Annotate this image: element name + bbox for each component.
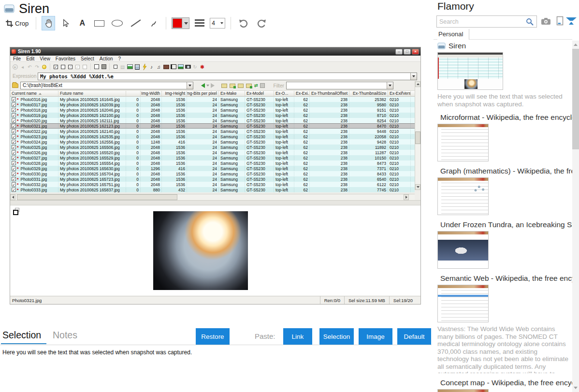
thumbnail-body xyxy=(438,127,488,161)
list-item[interactable]: Under Frozen Tundra, an Icebreaking Ship… xyxy=(437,219,572,269)
list-item[interactable]: Concept map - Wikipedia, the free encycl… xyxy=(437,377,572,392)
panel-divider xyxy=(0,345,432,345)
tab-personal[interactable]: Personal xyxy=(437,29,469,40)
scroll-right-button[interactable] xyxy=(404,194,409,200)
file-list-icon xyxy=(135,64,140,70)
hscroll-thumb[interactable] xyxy=(17,194,177,200)
paste-button[interactable]: Selection xyxy=(319,328,354,345)
snapshot-title-row[interactable]: Semantic Web - Wikipedia, the free encyc… xyxy=(437,273,572,283)
table-row: ✓ * Photo0333.jpg My photos 20100825 165… xyxy=(10,187,415,192)
small-window-icon xyxy=(114,65,117,69)
paste-button[interactable]: Default xyxy=(397,328,431,345)
column-header: Img-Height xyxy=(162,91,187,96)
redo-icon: ↷ xyxy=(34,64,40,70)
line-tool-button[interactable] xyxy=(128,16,144,30)
row-checkbox: ✓ xyxy=(12,97,16,102)
undo-button[interactable] xyxy=(236,16,251,30)
crop-icon xyxy=(6,20,13,27)
ellipse-tool-button[interactable] xyxy=(110,16,125,30)
forward-arrow-icon xyxy=(211,83,215,88)
snapshot-thumbnail[interactable] xyxy=(437,389,489,392)
snapshot-thumbnail[interactable] xyxy=(437,52,503,90)
close-button: × xyxy=(412,49,419,55)
freehand-tool-button[interactable] xyxy=(147,16,160,30)
snapshot-title-row[interactable]: Under Frozen Tundra, an Icebreaking Ship… xyxy=(437,219,572,230)
table-row: ✓ * Photo0326.jpg My photos 20100825 165… xyxy=(10,150,415,155)
select-box-icon xyxy=(94,64,99,69)
path-value: C:\(trash)\tosBtExt xyxy=(23,83,62,88)
row-checkbox: ✓ xyxy=(12,182,16,187)
column-header: Ex-ExifVersion xyxy=(388,91,411,96)
snapshot-description: Vastness: The World Wide Web contains ma… xyxy=(437,325,569,373)
scroll-down-button[interactable] xyxy=(415,184,420,190)
snapshot-thumbnail[interactable] xyxy=(437,177,489,215)
list-item[interactable]: Graph (mathematics) - Wikipedia, the fre… xyxy=(437,166,572,215)
list-item[interactable]: Microformat - Wikipedia, the free encycl… xyxy=(437,112,572,161)
snapshot-title-row[interactable]: Concept map - Wikipedia, the free encycl… xyxy=(437,377,572,388)
redo-button[interactable] xyxy=(254,16,269,30)
list-item[interactable]: Siren Here you will see the text that wa… xyxy=(437,41,572,108)
color-picker[interactable] xyxy=(172,17,189,29)
line-width-button[interactable] xyxy=(193,16,206,30)
tab-selection[interactable]: Selection xyxy=(2,330,41,341)
app-window-icon xyxy=(4,4,14,13)
photo-preview xyxy=(153,211,248,290)
list-item[interactable]: Semantic Web - Wikipedia, the free encyc… xyxy=(437,273,572,373)
text-tool-button[interactable]: A xyxy=(75,16,89,30)
scroll-up-button[interactable] xyxy=(572,42,579,48)
row-checkbox: ✓ xyxy=(12,108,16,112)
color-dropdown[interactable] xyxy=(183,18,189,29)
table-row: ✓ * Photo0331.jpg My photos 20100825 165… xyxy=(10,176,415,182)
path-combo: C:\(trash)\tosBtExt xyxy=(20,82,193,89)
folder-icon xyxy=(12,83,18,88)
toggle-check-icon: ✓ xyxy=(68,65,72,69)
row-checkbox: ✓ xyxy=(12,129,16,133)
search-box[interactable] xyxy=(436,15,537,28)
undo-icon: ↶ xyxy=(27,64,33,70)
table-vscrollbar[interactable] xyxy=(415,81,420,190)
chevron-down-icon xyxy=(220,22,223,24)
hand-icon xyxy=(44,19,52,28)
cursor-icon xyxy=(61,19,69,28)
status-ren: Ren:0/0 xyxy=(320,296,344,304)
new-note-icon[interactable] xyxy=(556,16,564,26)
sidebar-scrollbar[interactable] xyxy=(572,41,579,392)
hand-tool-button[interactable] xyxy=(42,16,55,30)
scroll-up-button[interactable] xyxy=(415,81,420,87)
folder-favorite-icon xyxy=(246,84,252,88)
row-checkbox: ✓ xyxy=(12,124,16,128)
restore-button[interactable]: Restore xyxy=(196,328,230,345)
search-input[interactable] xyxy=(437,16,523,27)
paste-button[interactable]: Link xyxy=(283,328,312,345)
snapshot-title: Microformat - Wikipedia, the free encycl… xyxy=(440,113,572,122)
thumbnail-chrome xyxy=(438,390,488,392)
camera-icon[interactable] xyxy=(541,17,551,25)
annotation-toolbar: Crop A 4 xyxy=(4,15,269,31)
snapshot-thumbnail[interactable] xyxy=(437,231,489,269)
scroll-down-button[interactable] xyxy=(572,385,579,391)
scroll-left-button[interactable] xyxy=(10,194,15,200)
flamory-logo-icon[interactable] xyxy=(565,16,577,26)
table-hscrollbar[interactable] xyxy=(10,194,415,200)
snapshot-title-row[interactable]: Microformat - Wikipedia, the free encycl… xyxy=(437,112,572,122)
vscroll-thumb[interactable] xyxy=(415,131,420,144)
menu-item: Edit xyxy=(26,56,34,61)
snapshot-title-row[interactable]: Graph (mathematics) - Wikipedia, the fre… xyxy=(437,166,572,176)
width-select[interactable]: 4 xyxy=(210,18,225,29)
tab-notes[interactable]: Notes xyxy=(53,330,77,341)
paste-button[interactable]: Image xyxy=(359,328,392,345)
crop-button[interactable]: Crop xyxy=(4,16,30,30)
column-header: Ex-Exi... xyxy=(294,91,310,96)
menu-item: File xyxy=(13,56,21,61)
snapshot-thumbnail[interactable] xyxy=(437,124,489,161)
cursor-tool-button[interactable] xyxy=(58,16,72,30)
snapshot-title-row[interactable]: Siren xyxy=(437,41,572,51)
rectangle-tool-button[interactable] xyxy=(92,16,106,30)
chevron-down-icon xyxy=(184,22,188,25)
snapshot-thumbnail[interactable] xyxy=(437,285,489,322)
expression-row: Expression My photos %Xddd %Xddt.%e xyxy=(10,72,420,81)
snapshot-canvas[interactable]: Siren 1.90 – □ × FileEditViewFavoritesSe… xyxy=(10,47,421,305)
active-tab-underline xyxy=(1,343,46,344)
scrollbar-thumb[interactable] xyxy=(572,49,579,149)
snapshot-list: Siren Here you will see the text that wa… xyxy=(434,41,572,392)
